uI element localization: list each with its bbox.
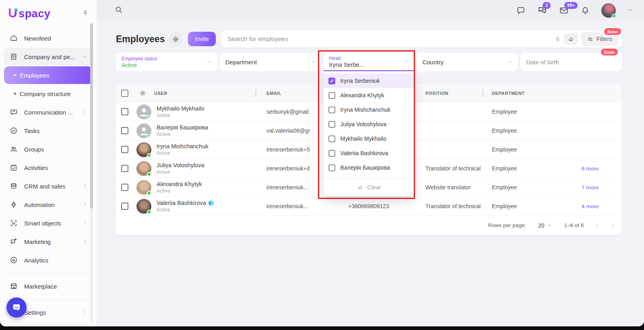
dropdown-option[interactable]: Валерія Башкірова (324, 160, 415, 175)
row-checkbox[interactable] (121, 127, 128, 134)
dropdown-option[interactable]: Alexandra Khytyk (324, 88, 415, 102)
more-link[interactable]: 6 more (555, 166, 622, 172)
checkbox[interactable] (328, 150, 335, 157)
dropdown-option[interactable]: Iryna Serbeniuk (324, 74, 415, 88)
email-cell: serbunyk@gmail. (255, 109, 334, 115)
sidebar-nav: Newsfeed Company and pe... Employees Com… (0, 25, 97, 321)
sidebar-item-analytics[interactable]: Analytics (4, 251, 93, 269)
filter-label: Head (329, 55, 404, 61)
sidebar-item-company-structure[interactable]: Company structure (4, 85, 93, 102)
prev-page-chevron-icon[interactable]: ‹ (596, 222, 598, 229)
checkbox[interactable] (328, 164, 335, 171)
email-cell: ireneserbeniuk... (255, 184, 334, 191)
chat-launcher-button[interactable] (6, 297, 27, 318)
page-settings-gear-icon[interactable] (169, 32, 182, 46)
department-cell: Employee (482, 203, 555, 209)
head-dropdown-menu: Iryna Serbeniuk Alexandra Khytyk Iryna M… (324, 71, 415, 196)
topbar: 2 99+ (97, 0, 644, 21)
filter-department[interactable]: Department (220, 53, 321, 71)
sidebar-item-marketplace[interactable]: Marketplace (4, 277, 93, 295)
table-row[interactable]: Valeriia BashkirovaActive ireneserbeniuk… (116, 197, 622, 215)
chevron-down-icon (82, 54, 88, 59)
row-checkbox[interactable] (121, 184, 128, 191)
sidebar-item-smart-objects[interactable]: Smart objects (4, 214, 93, 232)
sidebar-item-company-and-people[interactable]: Company and pe... (4, 48, 93, 66)
row-checkbox[interactable] (121, 203, 128, 210)
uspacy-logo[interactable]: Uspacy (8, 6, 50, 20)
page-size-select[interactable]: 20 (538, 222, 552, 229)
clear-selection-button[interactable]: Clear (324, 178, 415, 196)
dropdown-option[interactable]: Juliya Voloshylova (324, 117, 415, 131)
sidebar-item-crm[interactable]: CRM and sales (4, 177, 93, 195)
more-link[interactable]: 7 more (555, 184, 622, 191)
smart-objects-icon (9, 219, 19, 228)
filter-employee-status[interactable]: Employee status Active (116, 53, 217, 71)
department-cell: Employee (482, 127, 555, 134)
page-range: 1–6 of 6 (564, 222, 584, 228)
profile-chevron-down-icon[interactable] (627, 6, 634, 14)
chat-smile-icon (11, 302, 22, 313)
sidebar-item-marketing[interactable]: Marketing (4, 233, 93, 250)
sidebar-item-communication[interactable]: Communication ... (4, 103, 93, 121)
chevron-down-icon (310, 59, 316, 65)
dropdown-option[interactable]: Valeriia Bashkirova (324, 146, 415, 160)
dropdown-option[interactable]: Iryna Mishchanchuk (324, 102, 415, 117)
filter-date-of-birth[interactable]: Date of birth Soon (520, 53, 622, 71)
bullet-dot (14, 92, 16, 95)
email-cell: ireneserbeniuk+5 (255, 146, 334, 153)
sidebar-item-employees[interactable]: Employees (4, 66, 93, 84)
dropdown-option[interactable]: Mykhailo Mykhailo (324, 131, 415, 146)
sidebar-item-tasks[interactable]: Tasks (4, 122, 93, 139)
position-cell: Website translator (413, 184, 482, 191)
app-window: Uspacy Newsfeed Company and pe... Employ… (0, 0, 644, 326)
sidebar-item-automation[interactable]: Automation (4, 196, 93, 213)
column-header-user[interactable]: USER (151, 91, 255, 96)
sidebar-scrollbar[interactable] (90, 23, 93, 322)
next-page-chevron-icon[interactable]: › (612, 222, 614, 229)
department-cell: Employee (482, 146, 555, 153)
table-settings-gear-icon[interactable] (134, 89, 151, 97)
email-cell: ireneserbeniuk+4 (255, 165, 334, 172)
user-avatar[interactable] (601, 3, 616, 18)
more-link[interactable]: 4 more (555, 203, 622, 209)
column-header-department[interactable]: DEPARTMENT (482, 91, 555, 96)
online-dot (147, 210, 151, 214)
result-count: 6 (556, 36, 559, 42)
checkbox[interactable] (328, 107, 335, 113)
chats-icon[interactable]: 2 (537, 5, 547, 16)
invite-button[interactable]: Invite (188, 32, 216, 46)
chevron-right-icon (82, 183, 88, 189)
row-checkbox[interactable] (121, 108, 128, 115)
pin-icon[interactable] (81, 9, 89, 17)
column-header-position[interactable]: POSITION (413, 91, 482, 96)
filters-button[interactable]: Filters Soon (581, 32, 618, 46)
sidebar-item-newsfeed[interactable]: Newsfeed (4, 29, 93, 47)
filter-country[interactable]: Country (417, 53, 518, 71)
chevron-down-icon (507, 59, 513, 65)
bell-icon[interactable] (580, 6, 590, 15)
sidebar-item-activities[interactable]: Activities (4, 159, 93, 176)
checkbox[interactable] (328, 121, 335, 128)
filters-label: Filters (597, 36, 612, 42)
bullet-dot (14, 74, 16, 76)
sidebar-divider (9, 273, 88, 273)
search-icon[interactable] (114, 5, 123, 16)
search-input[interactable] (227, 35, 556, 43)
logo-dot (14, 8, 18, 12)
checkbox[interactable] (328, 135, 335, 142)
database-icon (9, 182, 19, 191)
comment-icon[interactable] (516, 6, 526, 15)
clear-search-button[interactable] (564, 33, 578, 45)
head-select[interactable]: Head Iryna Serbe... (324, 53, 415, 71)
checkbox[interactable] (328, 92, 335, 99)
sidebar-item-groups[interactable]: Groups (4, 140, 93, 158)
mail-icon[interactable]: 99+ (559, 5, 569, 16)
select-all-checkbox[interactable] (121, 90, 128, 97)
filters-row: Employee status Active Department Head I… (116, 53, 622, 71)
store-icon (9, 282, 19, 291)
checkbox-checked[interactable] (328, 78, 335, 84)
row-checkbox[interactable] (121, 146, 128, 153)
column-header-email[interactable]: EMAIL (255, 91, 334, 96)
scrollbar-thumb[interactable] (90, 23, 93, 209)
row-checkbox[interactable] (121, 165, 128, 172)
